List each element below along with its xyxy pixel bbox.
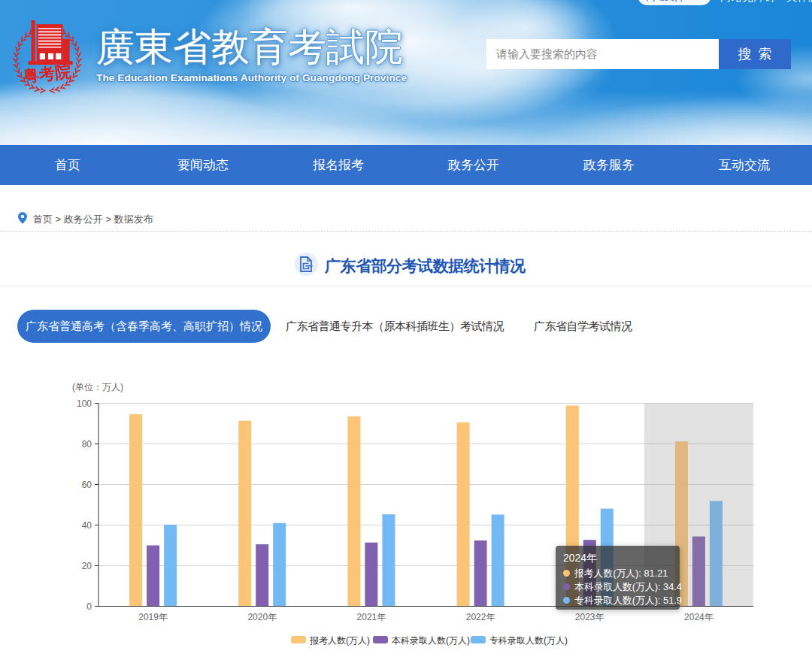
svg-text:20: 20: [82, 561, 92, 571]
svg-text:40: 40: [82, 520, 92, 531]
svg-text:80: 80: [82, 439, 92, 450]
svg-text:专科录取人数(万人): 专科录取人数(万人): [489, 635, 568, 646]
svg-text:报考人数(万人): 报考人数(万人): [309, 635, 370, 646]
svg-text:2023年: 2023年: [575, 612, 604, 622]
svg-text:2019年: 2019年: [138, 612, 168, 622]
svg-text:粤考院: 粤考院: [22, 62, 73, 86]
svg-text:2020年: 2020年: [247, 612, 277, 622]
svg-text:(单位：万人): (单位：万人): [72, 382, 123, 392]
svg-text:0: 0: [86, 601, 92, 612]
svg-text:2021年: 2021年: [357, 612, 386, 622]
svg-text:本科录取人数(万人): 本科录取人数(万人): [391, 635, 470, 646]
svg-text:100: 100: [77, 398, 92, 409]
svg-text:2022年: 2022年: [466, 612, 495, 622]
svg-text:2024年: 2024年: [684, 612, 714, 622]
svg-text:60: 60: [82, 480, 92, 490]
